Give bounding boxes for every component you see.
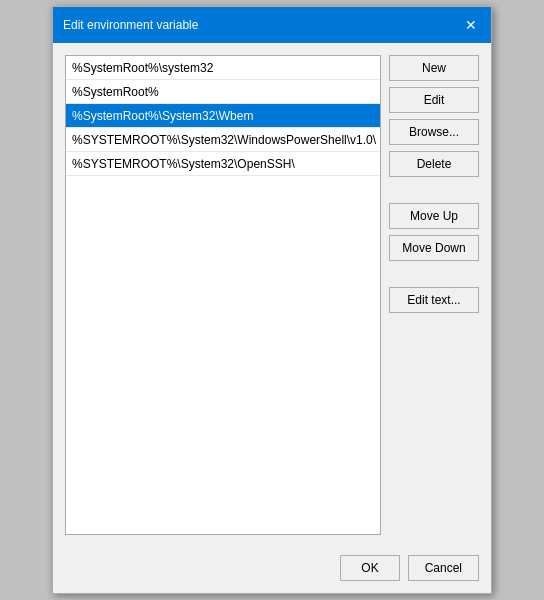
env-variable-list[interactable]: %SystemRoot%\system32%SystemRoot%%System… [65, 55, 381, 535]
delete-button[interactable]: Delete [389, 151, 479, 177]
spacer-1 [389, 183, 479, 197]
move-down-button[interactable]: Move Down [389, 235, 479, 261]
dialog-body: %SystemRoot%\system32%SystemRoot%%System… [53, 43, 491, 547]
move-up-button[interactable]: Move Up [389, 203, 479, 229]
new-button[interactable]: New [389, 55, 479, 81]
dialog-title: Edit environment variable [63, 18, 198, 32]
dialog-footer: OK Cancel [53, 547, 491, 593]
edit-text-button[interactable]: Edit text... [389, 287, 479, 313]
edit-env-variable-dialog: Edit environment variable ✕ %SystemRoot%… [52, 6, 492, 594]
ok-button[interactable]: OK [340, 555, 399, 581]
list-item[interactable]: %SystemRoot%\System32\Wbem [66, 104, 380, 128]
list-item[interactable]: %SystemRoot%\system32 [66, 56, 380, 80]
spacer-2 [389, 267, 479, 281]
browse-button[interactable]: Browse... [389, 119, 479, 145]
title-bar: Edit environment variable ✕ [53, 7, 491, 43]
list-item[interactable]: %SystemRoot% [66, 80, 380, 104]
list-item[interactable]: %SYSTEMROOT%\System32\WindowsPowerShell\… [66, 128, 380, 152]
list-item[interactable]: %SYSTEMROOT%\System32\OpenSSH\ [66, 152, 380, 176]
action-buttons: New Edit Browse... Delete Move Up Move D… [389, 55, 479, 535]
edit-button[interactable]: Edit [389, 87, 479, 113]
cancel-button[interactable]: Cancel [408, 555, 479, 581]
close-button[interactable]: ✕ [461, 15, 481, 35]
